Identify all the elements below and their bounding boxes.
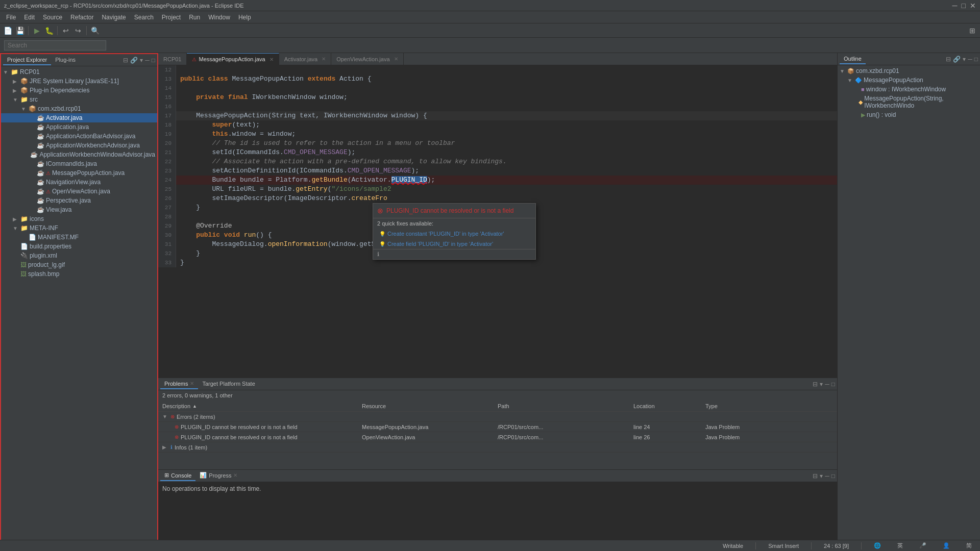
tab-problems[interactable]: Problems ✕ [160,379,198,389]
collapse-all-icon[interactable]: ⊟ [123,57,128,64]
minimize-console-icon[interactable]: ─ [825,472,829,480]
tab-problems-close[interactable]: ✕ [190,381,194,386]
tree-item-navigationview[interactable]: ☕ NavigationView.java [1,178,157,187]
close-button[interactable]: ✕ [970,2,976,10]
clear-console-icon[interactable]: ⊟ [813,472,818,480]
outline-collapse-icon[interactable]: ⊟ [946,56,951,63]
link-editor-icon[interactable]: 🔗 [130,57,138,64]
th-location[interactable]: Location [629,403,701,409]
outline-item-window-field[interactable]: ■ window : IWorkbenchWindow [838,85,980,94]
tab-plugins[interactable]: Plug-ins [51,55,80,65]
menu-refactor[interactable]: Refactor [66,13,97,22]
menu-search[interactable]: Search [130,13,158,22]
outline-item-run[interactable]: ▶ run() : void [838,110,980,119]
tree-item-plugin-xml[interactable]: 🔌 plugin.xml [1,251,157,260]
tree-item-activator[interactable]: ☕ Activator.java [1,113,157,122]
outline-link-icon[interactable]: 🔗 [953,56,961,63]
tree-item-src[interactable]: ▼ 📁 src [1,95,157,104]
maximize-console-icon[interactable]: □ [831,472,835,480]
tree-item-view[interactable]: ☕ View.java [1,205,157,214]
tree-label-plugins: Plug-in Dependencies [30,87,89,94]
outline-maximize-icon[interactable]: □ [974,56,978,63]
tree-item-appactionbaradvisor[interactable]: ☕ ApplicationActionBarAdvisor.java [1,132,157,141]
th-path[interactable]: Path [494,403,629,409]
code-editor[interactable]: 12 13 public class MessagePopupAction ex… [158,65,837,378]
filter-problems-icon[interactable]: ⊟ [813,381,818,388]
tree-item-splash-bmp[interactable]: 🖼 splash.bmp [1,269,157,279]
qf-link-2[interactable]: Create field 'PLUGIN_ID' in type 'Activa… [387,241,493,247]
menu-window[interactable]: Window [204,13,234,22]
table-row-infos-group[interactable]: ▶ ℹ Infos (1 item) [158,442,837,453]
view-menu-icon[interactable]: ▾ [140,57,143,64]
menu-run[interactable]: Run [185,13,204,22]
tab-target-platform-state[interactable]: Target Platform State [198,379,259,389]
qf-link-1[interactable]: Create constant 'PLUGIN_ID' in type 'Act… [387,231,504,237]
editor-tab-activator[interactable]: Activator.java ✕ [279,53,331,65]
outline-item-pkg[interactable]: ▼ 📦 com.xzbd.rcp01 [838,66,980,76]
minimize-problems-icon[interactable]: ─ [825,381,829,388]
menu-source[interactable]: Source [39,13,66,22]
menu-file[interactable]: File [2,13,20,22]
table-row-error-2[interactable]: ⊗ PLUGIN_ID cannot be resolved or is not… [158,432,837,442]
tree-item-build-properties[interactable]: 📄 build.properties [1,242,157,251]
tree-item-meta-inf[interactable]: ▼ 📁 META-INF [1,223,157,233]
tree-item-product-gif[interactable]: 🖼 product_lg.gif [1,260,157,269]
title-controls[interactable]: ─ □ ✕ [952,2,976,10]
new-button[interactable]: 📄 [2,25,13,36]
minimize-panel-icon[interactable]: ─ [145,57,150,64]
tree-item-plugins[interactable]: ▶ 📦 Plug-in Dependencies [1,86,157,95]
perspective-button[interactable]: ⊞ [967,25,978,36]
tree-item-perspective[interactable]: ☕ Perspective.java [1,196,157,205]
tree-item-messagepopupaction[interactable]: ☕ ⚠ MessagePopupAction.java [1,168,157,178]
th-resource[interactable]: Resource [358,403,494,409]
qf-item-2[interactable]: 💡 Create field 'PLUGIN_ID' in type 'Acti… [373,239,535,249]
view-menu-problems-icon[interactable]: ▾ [820,381,823,388]
menu-edit[interactable]: Edit [20,13,39,22]
tab-progress-close[interactable]: ✕ [233,472,237,478]
tree-item-pkg[interactable]: ▼ 📦 com.xzbd.rcp01 [1,104,157,113]
editor-tab-messagepopupaction[interactable]: ⚠ MessagePopupAction.java ✕ [187,53,279,65]
outline-minimize-icon[interactable]: ─ [968,56,972,63]
outline-item-constructor[interactable]: ◆ MessagePopupAction(String, IWorkbenchW… [838,94,980,110]
qf-item-1[interactable]: 💡 Create constant 'PLUGIN_ID' in type 'A… [373,229,535,239]
editor-tab-openviewaction[interactable]: OpenViewAction.java ✕ [331,53,403,65]
tree-item-appworkbenchwindowadvisor[interactable]: ☕ ApplicationWorkbenchWindowAdvisor.java [1,150,157,159]
tab-close-openviewaction[interactable]: ✕ [394,56,398,62]
tree-item-openviewaction[interactable]: ☕ ⚠ OpenViewAction.java [1,187,157,196]
th-description[interactable]: Description ▲ [158,403,358,409]
menu-help[interactable]: Help [234,13,255,22]
debug-button[interactable]: 🐛 [43,25,55,36]
tab-close-messagepopupaction[interactable]: ✕ [270,57,274,62]
maximize-problems-icon[interactable]: □ [831,381,835,388]
tree-item-jre[interactable]: ▶ 📦 JRE System Library [JavaSE-11] [1,77,157,86]
tree-item-manifest[interactable]: 📄 MANIFEST.MF [1,233,157,242]
save-button[interactable]: 💾 [14,25,26,36]
redo-button[interactable]: ↪ [72,25,84,36]
view-menu-console-icon[interactable]: ▾ [820,472,823,480]
tree-item-application[interactable]: ☕ Application.java [1,122,157,132]
editor-tab-rcp01[interactable]: RCP01 [158,53,187,65]
tab-project-explorer[interactable]: Project Explorer [3,55,51,65]
outline-menu-icon[interactable]: ▾ [963,56,966,63]
tab-progress[interactable]: 📊 Progress ✕ [195,470,241,481]
tree-item-icommandids[interactable]: ☕ ICommandIds.java [1,159,157,168]
table-row-errors-group[interactable]: ▼ ⊗ Errors (2 items) [158,412,837,422]
outline-item-class[interactable]: ▼ 🔷 MessagePopupAction [838,76,980,85]
tree-item-appworkbenchadvisor[interactable]: ☕ ApplicationWorkbenchAdvisor.java [1,141,157,150]
tab-console[interactable]: ⊞ Console [160,470,195,481]
tree-item-rcp01[interactable]: ▼ 📁 RCP01 [1,67,157,77]
tree-item-icons[interactable]: ▶ 📁 icons [1,214,157,223]
run-button[interactable]: ▶ [31,25,42,36]
minimize-button[interactable]: ─ [952,2,958,10]
maximize-button[interactable]: □ [962,2,966,10]
undo-button[interactable]: ↩ [60,25,71,36]
tab-close-activator[interactable]: ✕ [322,56,326,62]
th-type[interactable]: Type [701,403,837,409]
table-row-error-1[interactable]: ⊗ PLUGIN_ID cannot be resolved or is not… [158,422,837,432]
maximize-panel-icon[interactable]: □ [152,57,155,64]
menu-navigate[interactable]: Navigate [97,13,130,22]
tab-outline[interactable]: Outline [840,54,866,64]
menu-project[interactable]: Project [158,13,185,22]
search-input[interactable] [4,40,106,51]
search-button[interactable]: 🔍 [89,25,101,36]
